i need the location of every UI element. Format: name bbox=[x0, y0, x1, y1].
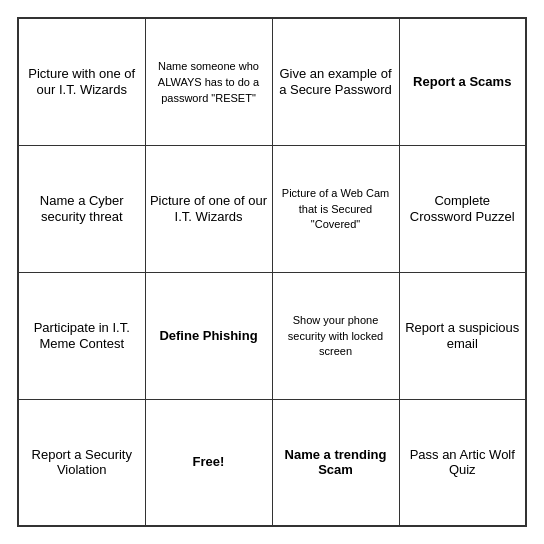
cell-text-r3c1: Free! bbox=[193, 454, 225, 469]
cell-r2c1[interactable]: Define Phishing bbox=[145, 272, 272, 399]
cell-r1c0[interactable]: Name a Cyber security threat bbox=[18, 145, 145, 272]
cell-r3c0[interactable]: Report a Security Violation bbox=[18, 399, 145, 526]
cell-r1c1[interactable]: Picture of one of our I.T. Wizards bbox=[145, 145, 272, 272]
cell-text-r0c1: Name someone who ALWAYS has to do a pass… bbox=[158, 60, 259, 103]
cell-text-r3c3: Pass an Artic Wolf Quiz bbox=[410, 447, 515, 478]
cell-r0c0[interactable]: Picture with one of our I.T. Wizards bbox=[18, 18, 145, 145]
cell-text-r3c2: Name a trending Scam bbox=[285, 447, 387, 478]
cell-text-r1c3: Complete Crossword Puzzel bbox=[410, 193, 515, 224]
cell-r1c3[interactable]: Complete Crossword Puzzel bbox=[399, 145, 526, 272]
cell-text-r2c1: Define Phishing bbox=[159, 328, 257, 343]
cell-r3c2[interactable]: Name a trending Scam bbox=[272, 399, 399, 526]
cell-r0c1[interactable]: Name someone who ALWAYS has to do a pass… bbox=[145, 18, 272, 145]
cell-r3c1[interactable]: Free! bbox=[145, 399, 272, 526]
cell-r0c3[interactable]: Report a Scams bbox=[399, 18, 526, 145]
cell-text-r0c3: Report a Scams bbox=[413, 74, 511, 89]
cell-r3c3[interactable]: Pass an Artic Wolf Quiz bbox=[399, 399, 526, 526]
cell-text-r0c0: Picture with one of our I.T. Wizards bbox=[28, 66, 135, 97]
cell-text-r2c0: Participate in I.T. Meme Contest bbox=[34, 320, 130, 351]
cell-text-r1c0: Name a Cyber security threat bbox=[40, 193, 124, 224]
cell-r2c0[interactable]: Participate in I.T. Meme Contest bbox=[18, 272, 145, 399]
cell-text-r2c2: Show your phone security with locked scr… bbox=[288, 314, 383, 357]
bingo-card: Picture with one of our I.T. WizardsName… bbox=[17, 17, 527, 527]
cell-r2c2[interactable]: Show your phone security with locked scr… bbox=[272, 272, 399, 399]
cell-text-r1c1: Picture of one of our I.T. Wizards bbox=[150, 193, 267, 224]
cell-r1c2[interactable]: Picture of a Web Cam that is Secured "Co… bbox=[272, 145, 399, 272]
cell-r0c2[interactable]: Give an example of a Secure Password bbox=[272, 18, 399, 145]
cell-text-r3c0: Report a Security Violation bbox=[32, 447, 132, 478]
cell-text-r1c2: Picture of a Web Cam that is Secured "Co… bbox=[282, 187, 389, 230]
cell-text-r0c2: Give an example of a Secure Password bbox=[279, 66, 392, 97]
cell-text-r2c3: Report a suspicious email bbox=[405, 320, 519, 351]
cell-r2c3[interactable]: Report a suspicious email bbox=[399, 272, 526, 399]
